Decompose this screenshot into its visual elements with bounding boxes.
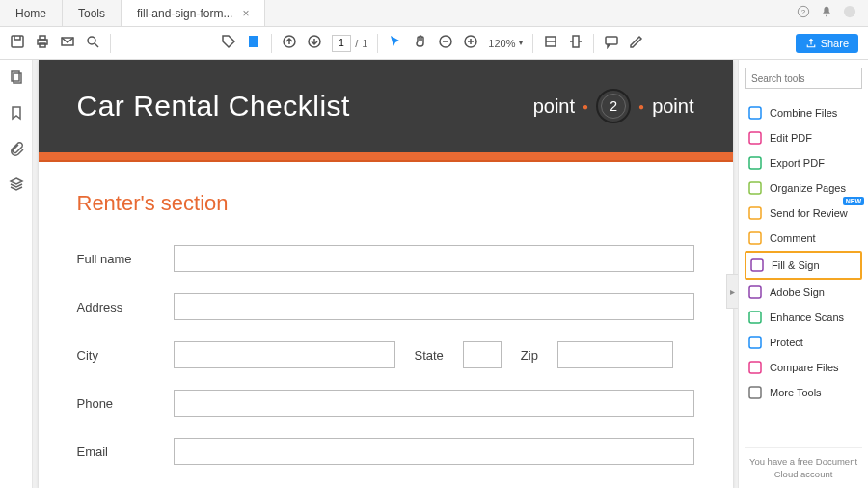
arrow-up-icon[interactable] [282, 34, 297, 52]
bookmark-icon[interactable] [9, 105, 24, 123]
tool-icon [748, 206, 762, 220]
layers-icon[interactable] [9, 176, 24, 195]
city-label: City [77, 348, 154, 363]
arrow-down-icon[interactable] [307, 34, 322, 52]
brand-logo: point ● 2 ● point [533, 89, 694, 123]
svg-rect-20 [749, 107, 761, 119]
close-icon[interactable]: × [242, 7, 249, 20]
fullname-label: Full name [77, 252, 154, 266]
tool-more-tools[interactable]: More Tools [745, 380, 862, 405]
svg-rect-29 [749, 337, 761, 348]
pdf-page: Car Rental Checklist point ● 2 ● point R… [39, 60, 733, 488]
tool-compare-files[interactable]: Compare Files [745, 355, 862, 380]
tool-protect[interactable]: Protect [745, 330, 862, 355]
tool-adobe-sign[interactable]: Adobe Sign [745, 280, 862, 305]
section-heading: Renter's section [77, 191, 694, 216]
email-field[interactable] [174, 438, 694, 465]
tool-label: Enhance Scans [770, 312, 844, 323]
sign-icon[interactable] [629, 34, 644, 52]
svg-rect-25 [749, 232, 761, 244]
tool-label: Edit PDF [770, 132, 812, 144]
print-icon[interactable] [35, 34, 50, 52]
state-label: State [415, 348, 444, 363]
tool-icon [750, 258, 764, 272]
svg-point-2 [826, 15, 827, 17]
tool-comment[interactable]: Comment [745, 226, 862, 251]
doc-header: Car Rental Checklist point ● 2 ● point [39, 60, 733, 152]
tool-label: Compare Files [770, 362, 839, 373]
search-icon[interactable] [85, 34, 100, 52]
svg-rect-22 [749, 157, 761, 169]
svg-rect-7 [40, 43, 45, 47]
tool-label: Send for Review [770, 207, 848, 219]
hand-icon[interactable] [413, 34, 428, 52]
zoom-in-icon[interactable] [463, 34, 478, 52]
tag-icon[interactable] [221, 34, 236, 52]
svg-text:?: ? [801, 8, 806, 16]
tools-panel: Combine FilesEdit PDFExport PDFOrganize … [738, 60, 868, 488]
user-icon[interactable] [843, 5, 856, 21]
tool-export-pdf[interactable]: Export PDF [745, 150, 862, 176]
save-icon[interactable] [10, 34, 25, 52]
zip-field[interactable] [557, 341, 673, 368]
svg-rect-17 [606, 37, 617, 44]
tool-label: Adobe Sign [770, 286, 825, 298]
svg-rect-21 [749, 132, 761, 144]
fit-page-icon[interactable] [568, 34, 583, 52]
svg-rect-23 [749, 182, 761, 194]
svg-rect-24 [749, 207, 761, 219]
dot-icon: ● [638, 101, 644, 112]
tool-send-for-review[interactable]: Send for ReviewNEW [745, 201, 862, 226]
svg-rect-28 [749, 312, 761, 323]
bell-icon[interactable] [820, 5, 833, 21]
email-label: Email [77, 445, 154, 459]
city-field[interactable] [174, 341, 395, 368]
address-field[interactable] [174, 293, 694, 320]
tool-icon [748, 336, 762, 349]
phone-field[interactable] [174, 390, 694, 417]
tool-icon [748, 106, 762, 120]
tabbar-right: ? [785, 0, 868, 26]
tool-icon [748, 311, 762, 324]
tool-label: Protect [770, 337, 803, 348]
zoom-level[interactable]: 120% ▾ [488, 38, 523, 49]
svg-rect-31 [749, 387, 761, 398]
tab-bar: Home Tools fill-and-sign-form... × ? [0, 0, 868, 27]
tab-tools[interactable]: Tools [63, 0, 122, 26]
tool-label: Organize Pages [770, 182, 846, 194]
collapse-panel-icon[interactable]: ▸ [726, 274, 738, 309]
page-current-input[interactable] [332, 35, 351, 52]
attachment-icon[interactable] [9, 141, 24, 159]
comment-icon[interactable] [604, 34, 619, 52]
state-field[interactable] [463, 341, 502, 368]
zoom-out-icon[interactable] [438, 34, 453, 52]
thumbnails-icon[interactable] [9, 69, 24, 88]
doc-title: Car Rental Checklist [77, 90, 350, 122]
mail-icon[interactable] [60, 34, 75, 52]
svg-point-3 [844, 6, 855, 17]
tab-file-label: fill-and-sign-form... [137, 7, 232, 20]
tool-edit-pdf[interactable]: Edit PDF [745, 125, 862, 150]
tab-home[interactable]: Home [0, 0, 63, 26]
tool-icon [748, 361, 762, 374]
tool-icon [748, 386, 762, 399]
pointer-icon[interactable] [388, 34, 403, 52]
document-viewport[interactable]: Car Rental Checklist point ● 2 ● point R… [33, 60, 738, 488]
search-tools-input[interactable] [745, 68, 862, 89]
fullname-field[interactable] [174, 245, 694, 272]
tool-enhance-scans[interactable]: Enhance Scans [745, 305, 862, 330]
zip-label: Zip [521, 348, 538, 363]
share-button[interactable]: Share [796, 34, 858, 53]
page-icon[interactable] [246, 34, 261, 52]
svg-rect-30 [749, 362, 761, 373]
help-icon[interactable]: ? [797, 5, 810, 21]
tool-combine-files[interactable]: Combine Files [745, 100, 862, 125]
tab-file[interactable]: fill-and-sign-form... × [122, 0, 265, 26]
toolbar: / 1 120% ▾ Share [0, 27, 868, 60]
svg-rect-6 [40, 36, 45, 40]
tool-fill-sign[interactable]: Fill & Sign [745, 251, 862, 280]
tool-icon [748, 131, 762, 145]
svg-rect-27 [749, 286, 761, 298]
tool-label: Fill & Sign [772, 259, 820, 271]
fit-width-icon[interactable] [543, 34, 558, 52]
